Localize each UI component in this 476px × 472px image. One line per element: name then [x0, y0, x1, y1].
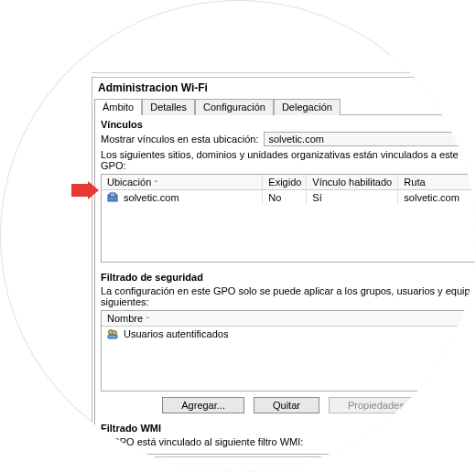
propiedades-button: Propiedades	[329, 397, 424, 413]
filter-buttons: Agregar... Quitar Propiedades	[101, 397, 476, 413]
col-exigido[interactable]: Exigido	[263, 175, 307, 189]
location-dropdown[interactable]: solvetic.com	[264, 132, 476, 146]
tab-delegacion[interactable]: Delegación	[274, 99, 341, 115]
links-table: Ubicación⌃ Exigido Vínculo habilitado Ru…	[101, 174, 476, 263]
vinculos-heading: Vínculos	[101, 119, 476, 130]
filtrado-description: La configuración en este GPO solo se pue…	[101, 285, 476, 307]
arrow-annotation	[71, 181, 99, 199]
panel-title: Administracion Wi-Fi	[94, 80, 476, 96]
svg-marker-5	[71, 181, 99, 199]
svg-rect-1	[110, 193, 115, 197]
col-nombre[interactable]: Nombre⌃	[107, 313, 151, 324]
gpo-details-panel: Administracion Wi-Fi Ámbito Detalles Con…	[92, 77, 476, 457]
tab-ambito[interactable]: Ámbito	[94, 99, 142, 115]
vinculos-section: Vínculos Mostrar vínculos en esta ubicac…	[101, 119, 476, 263]
quitar-button[interactable]: Quitar	[254, 397, 319, 413]
row-ruta: solvetic.com	[398, 190, 476, 205]
tab-body: Vínculos Mostrar vínculos en esta ubicac…	[94, 115, 476, 455]
links-table-header: Ubicación⌃ Exigido Vínculo habilitado Ru…	[102, 175, 476, 190]
security-filter-list: Nombre⌃ Usuarios autentificados	[101, 310, 476, 392]
wmi-description: te GPO está vinculado al siguiente filtr…	[101, 436, 476, 447]
show-links-label: Mostrar vínculos en esta ubicación:	[101, 134, 258, 145]
empty-titlebar	[92, 55, 476, 73]
table-row[interactable]: solvetic.com No Sí solvetic.com	[102, 190, 476, 205]
wmi-heading: Filtrado WMI	[101, 423, 476, 434]
tabs-row: Ámbito Detalles Configuración Delegación	[94, 98, 476, 115]
list-item[interactable]: Usuarios autentificados	[107, 328, 476, 339]
row-exigido: No	[263, 190, 307, 205]
vinculos-description: Los siguientes sitios, dominios y unidad…	[101, 149, 476, 171]
wmi-section: Filtrado WMI te GPO está vinculado al si…	[101, 423, 476, 447]
col-ubicacion[interactable]: Ubicación⌃	[102, 175, 263, 189]
tab-detalles[interactable]: Detalles	[142, 99, 195, 115]
filtrado-section: Filtrado de seguridad La configuración e…	[101, 272, 476, 413]
svg-rect-4	[108, 335, 117, 338]
row-nombre: Usuarios autentificados	[124, 328, 228, 339]
domain-icon	[107, 192, 118, 203]
agregar-button[interactable]: Agregar...	[162, 397, 244, 413]
col-vinculo[interactable]: Vínculo habilitado	[307, 175, 398, 189]
filtrado-heading: Filtrado de seguridad	[101, 272, 476, 283]
row-vinculo: Sí	[307, 190, 398, 205]
row-ubicacion: solvetic.com	[124, 192, 179, 203]
group-icon	[107, 328, 124, 339]
col-ruta[interactable]: Ruta	[398, 175, 476, 189]
tab-configuracion[interactable]: Configuración	[195, 99, 274, 115]
